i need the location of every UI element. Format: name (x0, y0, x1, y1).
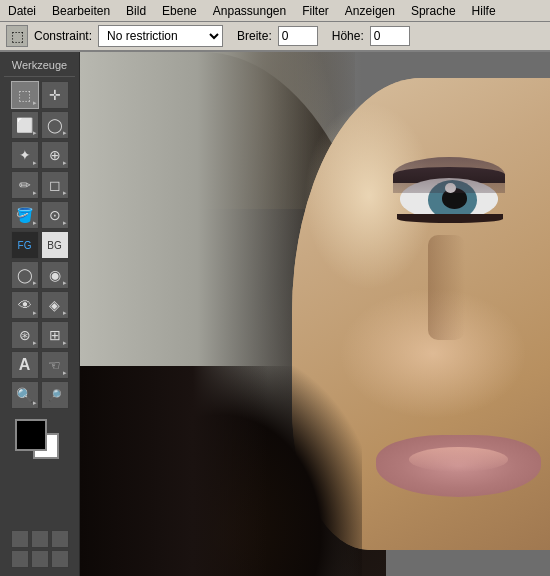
tool-row-11: 🔍▸ 🔎 (4, 381, 75, 409)
eyeshadow (393, 157, 506, 194)
toolbox-title: Werkzeuge (4, 56, 75, 77)
menu-bar: Datei Bearbeiten Bild Ebene Anpassungen … (0, 0, 550, 22)
tool-row-6: FG BG (4, 231, 75, 259)
tool-zoom[interactable]: 🔍▸ (11, 381, 39, 409)
height-label: Höhe: (332, 29, 364, 43)
canvas-area[interactable] (80, 52, 550, 576)
grid-btn-4[interactable] (11, 550, 29, 568)
tool-lasso[interactable]: ◯▸ (41, 111, 69, 139)
tool-row-2: ⬜▸ ◯▸ (4, 111, 75, 139)
menu-datei[interactable]: Datei (0, 2, 44, 20)
tool-color-fg[interactable]: FG (11, 231, 39, 259)
tool-row-8: 👁▸ ◈▸ (4, 291, 75, 319)
tool-row-9: ⊛▸ ⊞▸ (4, 321, 75, 349)
tool-row-1: ⬚▸ ✛ (4, 81, 75, 109)
menu-sprache[interactable]: Sprache (403, 2, 464, 20)
tool-row-7: ◯▸ ◉▸ (4, 261, 75, 289)
photo-canvas (80, 52, 550, 576)
tool-move[interactable]: ✛ (41, 81, 69, 109)
photo-nose (428, 235, 466, 340)
tool-magic-wand[interactable]: ✦▸ (11, 141, 39, 169)
tool-row-10: A ☜▸ (4, 351, 75, 379)
height-input[interactable] (370, 26, 410, 46)
menu-filter[interactable]: Filter (294, 2, 337, 20)
grid-btn-5[interactable] (31, 550, 49, 568)
tool-sharpen[interactable]: ◈▸ (41, 291, 69, 319)
tool-row-3: ✦▸ ⊕▸ (4, 141, 75, 169)
menu-hilfe[interactable]: Hilfe (464, 2, 504, 20)
grid-btn-6[interactable] (51, 550, 69, 568)
tool-rect-select[interactable]: ⬜▸ (11, 111, 39, 139)
menu-anzeigen[interactable]: Anzeigen (337, 2, 403, 20)
width-input[interactable] (278, 26, 318, 46)
eyeliner-bottom (397, 214, 503, 222)
tool-eraser[interactable]: ◻▸ (41, 171, 69, 199)
menu-ebene[interactable]: Ebene (154, 2, 205, 20)
foreground-color-swatch[interactable] (15, 419, 47, 451)
tool-brush[interactable]: ✏▸ (11, 171, 39, 199)
tool-hand[interactable]: ☜▸ (41, 351, 69, 379)
tool-options-bar: ⬚ Constraint: No restriction Fixed aspec… (0, 22, 550, 52)
main-layout: Werkzeuge ⬚▸ ✛ ⬜▸ ◯▸ ✦▸ ⊕▸ ✏▸ ◻▸ 🪣▸ ⊙▸ F… (0, 52, 550, 576)
tool-measure[interactable]: ⊞▸ (41, 321, 69, 349)
active-tool-icon: ⬚ (6, 25, 28, 47)
grid-btn-3[interactable] (51, 530, 69, 548)
tool-fill[interactable]: 🪣▸ (11, 201, 39, 229)
hair-foreground-2 (80, 366, 268, 576)
tool-heal[interactable]: ⊕▸ (41, 141, 69, 169)
tool-color-bg[interactable]: BG (41, 231, 69, 259)
tool-path[interactable]: ⊛▸ (11, 321, 39, 349)
tool-row-4: ✏▸ ◻▸ (4, 171, 75, 199)
photo-lips (376, 435, 541, 498)
tool-text[interactable]: A (11, 351, 39, 379)
tool-smudge[interactable]: ◉▸ (41, 261, 69, 289)
width-label: Breite: (237, 29, 272, 43)
tool-crop[interactable]: ⬚▸ (11, 81, 39, 109)
tool-zoom-out[interactable]: 🔎 (41, 381, 69, 409)
tool-clone[interactable]: ⊙▸ (41, 201, 69, 229)
grid-btn-1[interactable] (11, 530, 29, 548)
menu-anpassungen[interactable]: Anpassungen (205, 2, 294, 20)
constraint-label: Constraint: (34, 29, 92, 43)
menu-bild[interactable]: Bild (118, 2, 154, 20)
tool-eye[interactable]: 👁▸ (11, 291, 39, 319)
menu-bearbeiten[interactable]: Bearbeiten (44, 2, 118, 20)
tool-row-5: 🪣▸ ⊙▸ (4, 201, 75, 229)
constraint-select[interactable]: No restriction Fixed aspect ratio Fixed … (98, 25, 223, 47)
tool-dodge[interactable]: ◯▸ (11, 261, 39, 289)
grid-btn-2[interactable] (31, 530, 49, 548)
toolbox: Werkzeuge ⬚▸ ✛ ⬜▸ ◯▸ ✦▸ ⊕▸ ✏▸ ◻▸ 🪣▸ ⊙▸ F… (0, 52, 80, 576)
grid-buttons (4, 526, 75, 572)
color-area (4, 415, 75, 469)
